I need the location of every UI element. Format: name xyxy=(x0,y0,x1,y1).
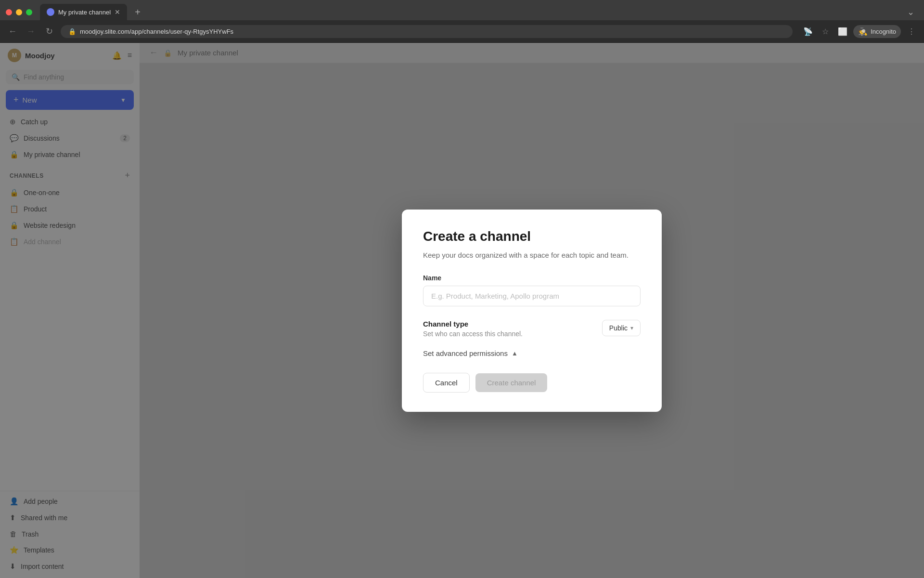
app-container: M Moodjoy 🔔 ≡ 🔍 Find anything + New ▼ ⊕ … xyxy=(0,43,924,578)
shared-label: Shared with me xyxy=(21,514,130,522)
channel-type-row: Channel type Set who can access this cha… xyxy=(423,320,641,338)
discussions-badge: 2 xyxy=(120,134,130,142)
sidebar-item-add-people[interactable]: 👤 Add people xyxy=(0,493,140,510)
trash-label: Trash xyxy=(22,530,130,538)
advanced-permissions-toggle[interactable]: Set advanced permissions ▲ xyxy=(423,349,641,357)
sidebar-toggle-icon[interactable]: ≡ xyxy=(128,51,132,60)
tab-close-button[interactable]: ✕ xyxy=(115,8,120,16)
trash-icon: 🗑 xyxy=(10,530,17,538)
tab-title: My private channel xyxy=(58,9,111,16)
channel-type-desc: Set who can access this channel. xyxy=(423,330,602,338)
search-bar[interactable]: 🔍 Find anything xyxy=(6,70,134,84)
incognito-label: Incognito xyxy=(871,28,896,35)
incognito-badge: 🕵 Incognito xyxy=(853,25,901,38)
sidebar-item-add-channel[interactable]: 📋 Add channel xyxy=(0,234,140,250)
website-redesign-label: Website redesign xyxy=(24,222,130,229)
search-placeholder: Find anything xyxy=(24,73,64,81)
templates-icon: ⭐ xyxy=(10,546,19,554)
import-label: Import content xyxy=(21,563,130,570)
sidebar-item-website-redesign[interactable]: 🔒 Website redesign xyxy=(0,217,140,234)
add-people-label: Add people xyxy=(24,498,130,505)
templates-label: Templates xyxy=(24,546,130,554)
add-channel-icon[interactable]: + xyxy=(125,171,130,181)
new-button-label: New xyxy=(23,96,37,104)
sidebar: M Moodjoy 🔔 ≡ 🔍 Find anything + New ▼ ⊕ … xyxy=(0,43,140,578)
channel-type-label: Channel type xyxy=(423,320,602,328)
menu-button[interactable]: ⋮ xyxy=(905,25,918,38)
back-button[interactable]: ← xyxy=(6,25,19,38)
create-channel-button[interactable]: Create channel xyxy=(475,373,548,392)
sidebar-bottom: 👤 Add people ⬆ Shared with me 🗑 Trash ⭐ … xyxy=(0,485,140,578)
channels-header: Channels + xyxy=(0,165,140,183)
new-button-chevron-icon: ▼ xyxy=(120,97,126,104)
discussions-icon: 💬 xyxy=(10,134,19,143)
sidebar-header: M Moodjoy 🔔 ≡ xyxy=(0,43,140,68)
sidebar-divider xyxy=(0,491,140,491)
sidebar-item-catchup[interactable]: ⊕ Catch up xyxy=(0,114,140,130)
window-controls xyxy=(6,9,32,15)
channel-name-input[interactable] xyxy=(423,286,641,306)
channel-type-dropdown[interactable]: Public ▾ xyxy=(602,320,641,336)
modal-subtitle: Keep your docs organized with a space fo… xyxy=(423,250,641,261)
url-bar[interactable]: 🔒 moodjoy.slite.com/app/channels/user-qy… xyxy=(61,25,793,38)
product-icon: 📋 xyxy=(10,205,19,213)
bell-icon[interactable]: 🔔 xyxy=(112,51,122,60)
shared-icon: ⬆ xyxy=(10,513,16,522)
sidebar-item-private-channel[interactable]: 🔒 My private channel xyxy=(0,146,140,163)
tab-bar: My private channel ✕ + ⌄ xyxy=(0,0,924,20)
add-channel-item-icon: 📋 xyxy=(10,237,19,246)
minimize-window-button[interactable] xyxy=(16,9,22,15)
sidebar-item-templates[interactable]: ⭐ Templates xyxy=(0,542,140,558)
sidebar-item-one-on-one[interactable]: 🔒 One-on-one xyxy=(0,184,140,201)
cast-icon[interactable]: 📡 xyxy=(801,25,815,38)
tab-favicon xyxy=(47,8,54,16)
expand-icon: ⌄ xyxy=(903,5,918,19)
create-channel-modal: Create a channel Keep your docs organize… xyxy=(402,210,662,412)
browser-chrome: My private channel ✕ + ⌄ ← → ↻ 🔒 moodjoy… xyxy=(0,0,924,43)
add-people-icon: 👤 xyxy=(10,497,19,506)
forward-button[interactable]: → xyxy=(24,25,38,38)
import-icon: ⬇ xyxy=(10,562,16,571)
modal-overlay: Create a channel Keep your docs organize… xyxy=(140,43,924,578)
website-redesign-lock-icon: 🔒 xyxy=(10,221,19,230)
sidebar-item-trash[interactable]: 🗑 Trash xyxy=(0,526,140,542)
reload-button[interactable]: ↻ xyxy=(42,25,56,38)
sidebar-item-product[interactable]: 📋 Product xyxy=(0,201,140,217)
advanced-permissions-label: Set advanced permissions xyxy=(423,349,508,357)
channel-type-value: Public xyxy=(609,324,628,332)
cancel-button[interactable]: Cancel xyxy=(423,373,470,393)
active-tab[interactable]: My private channel ✕ xyxy=(40,4,127,20)
ssl-lock-icon: 🔒 xyxy=(68,28,76,35)
bookmark-icon[interactable]: ☆ xyxy=(819,25,832,38)
main-content: ← 🔒 My private channel Create a channel … xyxy=(140,43,924,578)
tab-bar-spacer: ⌄ xyxy=(144,5,918,19)
modal-actions: Cancel Create channel xyxy=(423,373,641,393)
maximize-window-button[interactable] xyxy=(26,9,32,15)
add-channel-label: Add channel xyxy=(24,238,130,246)
workspace-initial: M xyxy=(12,52,17,59)
advanced-chevron-icon: ▲ xyxy=(512,350,518,357)
plus-icon: + xyxy=(13,95,19,105)
one-on-one-lock-icon: 🔒 xyxy=(10,188,19,197)
nav-icons: 📡 ☆ ⬜ 🕵 Incognito ⋮ xyxy=(801,25,918,38)
channels-section-label: Channels xyxy=(10,172,44,179)
url-text: moodjoy.slite.com/app/channels/user-qy-R… xyxy=(80,28,233,35)
address-bar: ← → ↻ 🔒 moodjoy.slite.com/app/channels/u… xyxy=(0,20,924,42)
private-channel-lock-icon: 🔒 xyxy=(10,150,19,159)
extensions-icon[interactable]: ⬜ xyxy=(836,25,849,38)
new-tab-button[interactable]: + xyxy=(131,5,144,19)
channel-type-info: Channel type Set who can access this cha… xyxy=(423,320,602,338)
sidebar-item-discussions[interactable]: 💬 Discussions 2 xyxy=(0,130,140,146)
sidebar-item-shared-with-me[interactable]: ⬆ Shared with me xyxy=(0,510,140,526)
one-on-one-label: One-on-one xyxy=(24,189,130,197)
sidebar-main-items: ⊕ Catch up 💬 Discussions 2 🔒 My private … xyxy=(0,112,140,165)
close-window-button[interactable] xyxy=(6,9,12,15)
discussions-label: Discussions xyxy=(24,134,115,142)
modal-title: Create a channel xyxy=(423,229,641,244)
workspace-name: Moodjoy xyxy=(25,52,108,60)
catchup-icon: ⊕ xyxy=(10,118,16,126)
sidebar-item-import[interactable]: ⬇ Import content xyxy=(0,558,140,575)
new-button[interactable]: + New ▼ xyxy=(6,90,134,110)
header-icons: 🔔 ≡ xyxy=(112,51,132,60)
incognito-icon: 🕵 xyxy=(858,27,868,36)
